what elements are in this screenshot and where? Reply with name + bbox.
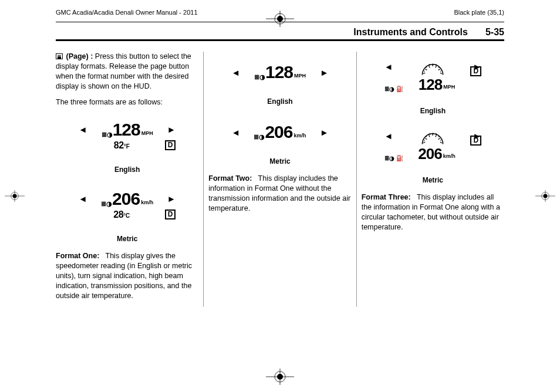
- speed-unit: km/h: [294, 133, 306, 141]
- speed-unit: MPH: [443, 84, 455, 92]
- temp-value: 28: [113, 209, 123, 219]
- left-arrow-icon: ◄: [79, 124, 87, 134]
- gear-indicator: D: [470, 136, 481, 146]
- hud-format1-metric: ◄ ≣◑ 206 km/h ► 28°C D: [75, 182, 180, 228]
- svg-point-11: [543, 194, 547, 198]
- format-three-label: Format Three:: [362, 193, 411, 201]
- svg-text:1: 1: [424, 139, 426, 142]
- svg-text:1: 1: [424, 70, 426, 73]
- gear-indicator: D: [165, 140, 176, 150]
- header-left: GMC Acadia/Acadia Denali Owner Manual - …: [56, 9, 198, 16]
- highbeam-icon: ≣◑: [254, 73, 265, 81]
- page-label: (Page) :: [66, 52, 93, 60]
- svg-point-3: [277, 16, 283, 22]
- caption-english: English: [56, 165, 198, 174]
- speed-unit: MPH: [294, 73, 306, 81]
- column-2: ◄ ≣◑ 128 MPH ► English ◄ ≣◑ 206 km/h ►: [203, 52, 356, 307]
- right-arrow-icon: ►: [167, 194, 176, 204]
- highbeam-icon: ≣◑: [101, 200, 112, 208]
- crop-mark-top: [266, 11, 294, 27]
- caption-metric: Metric: [56, 235, 198, 243]
- caption-english: English: [362, 107, 504, 115]
- tachometer-icon: 1 2 3 4 5 6 7: [417, 62, 448, 76]
- hud-format3-metric: ◄ 1 2 3 4 5 6 7 ►: [380, 123, 485, 169]
- right-arrow-icon: ►: [167, 124, 176, 134]
- svg-line-31: [426, 138, 427, 140]
- caption-english: English: [208, 97, 351, 106]
- right-arrow-icon: ►: [320, 67, 329, 77]
- fuel-icon: ⛽: [396, 155, 403, 161]
- header-right: Black plate (35,1): [454, 9, 504, 16]
- highbeam-icon: ≣◑: [102, 131, 113, 138]
- hud-format2-english: ◄ ≣◑ 128 MPH ►: [227, 54, 333, 90]
- svg-point-7: [12, 194, 16, 198]
- left-arrow-icon: ◄: [79, 194, 87, 204]
- temp-value: 82: [114, 140, 124, 150]
- gear-indicator: D: [165, 209, 176, 219]
- format-one-paragraph: Format One: This display gives the speed…: [56, 251, 198, 300]
- page-icon: [56, 53, 63, 59]
- svg-line-22: [440, 73, 442, 74]
- tachometer-icon: 1 2 3 4 5 6 7: [417, 131, 448, 145]
- format-three-paragraph: Format Three: This display includes all …: [362, 192, 504, 232]
- gear-indicator: D: [470, 66, 481, 76]
- highbeam-icon: ≣◑: [384, 86, 394, 92]
- temp-unit: °C: [123, 212, 130, 219]
- page-number: 5-35: [485, 27, 504, 38]
- speed-value: 206: [265, 123, 292, 141]
- left-arrow-icon: ◄: [231, 127, 240, 137]
- svg-line-17: [426, 69, 427, 70]
- crop-mark-left: [5, 182, 25, 210]
- section-title: Instruments and Controls: [353, 27, 468, 38]
- fuel-icon: ⛽: [396, 86, 403, 92]
- crop-mark-bottom: [266, 369, 294, 385]
- formats-intro: The three formats are as follows:: [56, 97, 198, 107]
- hud-format1-english: ◄ ≣◑ 128 MPH ► 82°F D: [75, 113, 180, 158]
- left-arrow-icon: ◄: [384, 131, 393, 141]
- right-arrow-icon: ►: [320, 127, 329, 137]
- temp-unit: °F: [124, 143, 130, 150]
- crop-mark-right: [535, 182, 555, 210]
- format-one-label: Format One:: [56, 252, 99, 260]
- speed-unit: km/h: [141, 200, 153, 208]
- left-arrow-icon: ◄: [384, 62, 393, 72]
- svg-line-16: [423, 73, 425, 74]
- column-1: (Page) : Press this button to select the…: [56, 52, 203, 307]
- highbeam-icon: ≣◑: [384, 155, 394, 161]
- rule-section: [56, 39, 504, 41]
- speed-value: 128: [113, 121, 140, 138]
- hud-format3-english: ◄ 1 2 3 4 5 6 7 ►: [380, 54, 485, 100]
- speed-value: 128: [265, 63, 293, 81]
- caption-metric: Metric: [208, 157, 351, 165]
- speed-unit: MPH: [141, 130, 153, 138]
- format-two-label: Format Two:: [208, 174, 252, 183]
- speed-value: 128: [419, 77, 442, 92]
- hud-format2-metric: ◄ ≣◑ 206 km/h ►: [227, 114, 333, 150]
- page-button-paragraph: (Page) : Press this button to select the…: [56, 52, 198, 92]
- format-two-paragraph: Format Two: This display includes the in…: [208, 174, 351, 214]
- svg-line-36: [440, 142, 442, 143]
- svg-point-15: [277, 374, 283, 380]
- column-3: ◄ 1 2 3 4 5 6 7 ►: [356, 52, 504, 307]
- speed-unit: km/h: [443, 153, 456, 161]
- speed-value: 206: [112, 190, 140, 208]
- svg-line-30: [423, 142, 425, 143]
- highbeam-icon: ≣◑: [254, 133, 265, 141]
- left-arrow-icon: ◄: [231, 67, 240, 77]
- caption-metric: Metric: [362, 176, 504, 184]
- speed-value: 206: [418, 146, 441, 161]
